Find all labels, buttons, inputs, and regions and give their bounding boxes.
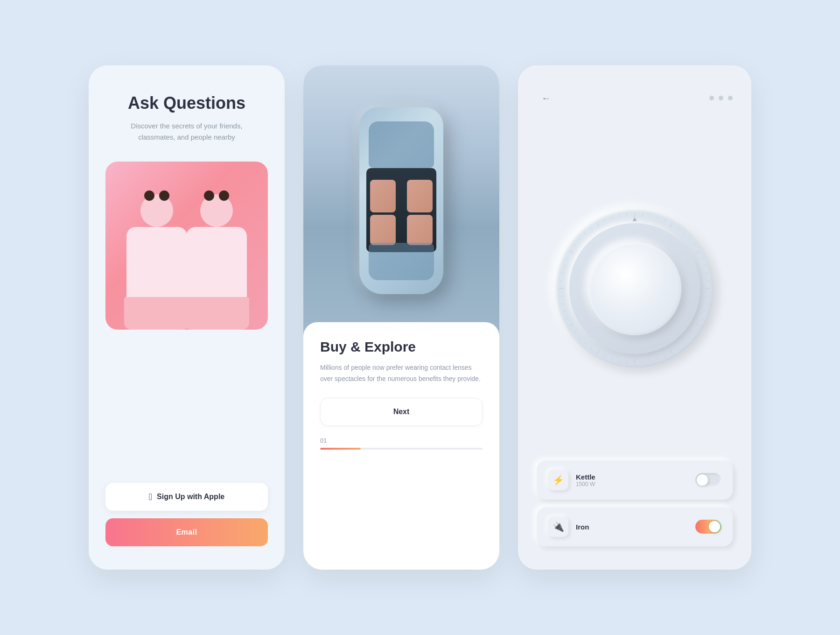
knob-inner-ring: [569, 223, 700, 354]
dial-knob-outer[interactable]: [555, 209, 714, 368]
iron-left: 🔌 Iron: [548, 516, 589, 537]
car-seat-front-left: [370, 180, 396, 212]
knob-center: [588, 242, 681, 335]
iron-icon: 🔌: [553, 521, 564, 532]
girl2-skirt: [184, 297, 249, 330]
card-ask-questions: Ask Questions Discover the secrets of yo…: [89, 65, 285, 570]
device-cards: ⚡ Kettle 1500 W 🔌 Iron: [537, 460, 733, 546]
girls-illustration: [105, 162, 268, 330]
kettle-watt: 1500 W: [576, 481, 595, 487]
card2-description: Millions of people now prefer wearing co…: [320, 362, 483, 385]
kettle-icon: ⚡: [553, 474, 564, 486]
kettle-icon-wrap: ⚡: [548, 470, 568, 490]
card1-buttons:  Sign Up with Apple Email: [105, 483, 268, 546]
email-signup-button[interactable]: Email: [105, 518, 268, 546]
device-card-kettle: ⚡ Kettle 1500 W: [537, 460, 733, 500]
bun2-right: [219, 190, 229, 201]
girl2-body: [186, 227, 247, 302]
progress-track: [320, 448, 483, 450]
card1-title: Ask Questions: [128, 93, 245, 113]
card1-hero-image: [105, 162, 268, 330]
girl2-head: [200, 194, 233, 227]
kettle-info: Kettle 1500 W: [576, 473, 595, 487]
back-button[interactable]: ←: [537, 89, 555, 107]
progress-label: 01: [320, 437, 483, 444]
knob-section: [537, 131, 733, 446]
bun2-left: [204, 190, 214, 201]
kettle-toggle[interactable]: [695, 473, 721, 487]
email-btn-label: Email: [176, 528, 197, 536]
iron-toggle-thumb: [709, 521, 720, 532]
device-card-iron: 🔌 Iron: [537, 507, 733, 546]
car-windshield: [369, 121, 434, 168]
card-buy-explore: Buy & Explore Millions of people now pre…: [303, 65, 499, 570]
car-body: [359, 107, 443, 294]
car-illustration: [359, 107, 443, 294]
apple-icon: : [149, 492, 152, 502]
kettle-name: Kettle: [576, 473, 595, 481]
apple-btn-label: Sign Up with Apple: [157, 493, 224, 501]
car-seat-rear-left: [370, 215, 396, 245]
car-interior: [366, 168, 436, 252]
car-rear-window: [369, 243, 434, 280]
next-button[interactable]: Next: [320, 398, 483, 426]
progress-fill: [320, 448, 361, 450]
car-seat-front-right: [407, 180, 433, 212]
nav-dot-3: [728, 96, 733, 100]
girl2: [179, 194, 254, 330]
kettle-toggle-thumb: [697, 474, 708, 486]
knob-indicator: [632, 218, 637, 221]
card3-nav: ←: [537, 89, 733, 107]
girl1-body: [126, 227, 187, 302]
bun-right: [159, 190, 169, 201]
card2-car-image: [303, 65, 499, 336]
nav-dot-2: [719, 96, 723, 100]
bun-left: [144, 190, 154, 201]
card2-title: Buy & Explore: [320, 339, 483, 355]
card-smart-home: ← ⚡ Kettle 1500: [518, 65, 751, 570]
iron-toggle[interactable]: [695, 520, 721, 534]
iron-info: Iron: [576, 523, 589, 531]
car-seat-rear-right: [407, 215, 433, 245]
card1-subtitle: Discover the secrets of your friends, cl…: [126, 120, 247, 143]
nav-dot-1: [709, 96, 714, 100]
nav-dots: [709, 96, 733, 100]
back-icon: ←: [541, 93, 551, 104]
card2-content: Buy & Explore Millions of people now pre…: [303, 322, 499, 570]
girl1-head: [140, 194, 173, 227]
iron-icon-wrap: 🔌: [548, 516, 568, 537]
next-btn-label: Next: [393, 408, 410, 416]
iron-name: Iron: [576, 523, 589, 531]
kettle-left: ⚡ Kettle 1500 W: [548, 470, 595, 490]
card2-progress-section: 01: [320, 437, 483, 450]
apple-signup-button[interactable]:  Sign Up with Apple: [105, 483, 268, 511]
